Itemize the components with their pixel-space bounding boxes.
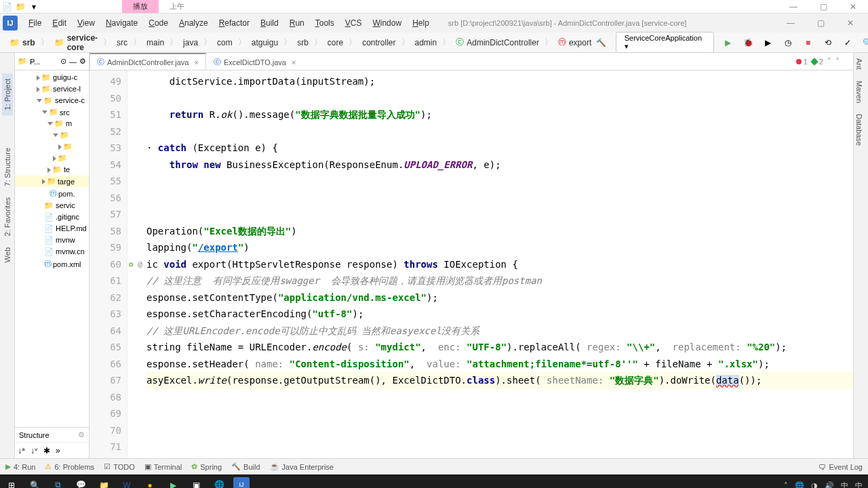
project-tree[interactable]: 📁 guigu-c 📁 service-l 📁 service-c 📁 src …	[15, 70, 89, 427]
bottom-run[interactable]: ▶4: Run	[5, 462, 35, 471]
tray-network-icon[interactable]: 🌐	[795, 481, 804, 489]
sort-alpha-icon[interactable]: ↓ᵃ	[18, 446, 25, 455]
run-icon[interactable]: ▶	[722, 37, 734, 49]
code[interactable]: dictService.importData(inputStream); ret…	[146, 70, 853, 458]
tree-node[interactable]: 📄 mvnw	[15, 235, 89, 246]
bottom-java-enterprise[interactable]: ☕Java Enterprise	[270, 462, 334, 471]
ide-close-icon[interactable]: ✕	[835, 14, 865, 33]
tree-node[interactable]: ⓜ pom.	[15, 187, 89, 200]
collapse-icon[interactable]: —	[69, 58, 77, 66]
app-icon-2[interactable]: ▶	[161, 474, 184, 488]
tab-close-icon[interactable]: ×	[194, 58, 198, 66]
start-button[interactable]: ⊞	[0, 474, 23, 488]
intellij-taskbar-icon[interactable]: IJ	[233, 477, 250, 488]
tool-maven[interactable]: Maven	[854, 75, 865, 108]
chevron-down-icon[interactable]: ˅	[835, 57, 840, 66]
tree-node[interactable]: 📁 src	[15, 106, 89, 118]
more-icon[interactable]: »	[56, 446, 60, 455]
debug-icon[interactable]: 🐞	[743, 37, 754, 49]
tool-project[interactable]: 1: Project	[2, 73, 13, 115]
tree-node[interactable]: 📄 .gitignc	[15, 211, 89, 223]
explorer-icon[interactable]: 📁	[92, 474, 115, 488]
build-hammer-icon[interactable]: 🔨	[595, 37, 607, 49]
sort-visibility-icon[interactable]: ↓ᵛ	[31, 446, 38, 455]
editor-tab[interactable]: ⓒAdminDictController.java×	[90, 53, 206, 70]
code-area[interactable]: 4950515253545556575859606162636465666768…	[90, 70, 853, 458]
crumb-export[interactable]: ⓜ export	[554, 35, 595, 49]
vcs-commit-icon[interactable]: ✓	[842, 37, 854, 49]
project-panel-header[interactable]: 📁 P... ⊙ — ⚙	[15, 53, 89, 70]
stop-icon[interactable]: ■	[802, 37, 814, 49]
tree-node[interactable]: 📁 te	[15, 164, 89, 176]
tool-database[interactable]: Database	[854, 108, 865, 151]
line-gutter[interactable]: 4950515253545556575859606162636465666768…	[90, 70, 127, 458]
profile-icon[interactable]: ◷	[782, 37, 793, 49]
crumb-srb[interactable]: srb	[293, 37, 313, 49]
crumb-main[interactable]: main	[142, 37, 168, 49]
word-icon[interactable]: W	[115, 474, 138, 488]
vscode-icon[interactable]: ⧉	[46, 474, 69, 488]
tree-node[interactable]: 📁	[15, 152, 89, 164]
app-icon-1[interactable]: ●	[138, 474, 161, 488]
tree-node[interactable]: 📄 HELP.md	[15, 223, 89, 235]
bottom-spring[interactable]: ✿Spring	[191, 462, 222, 471]
bottom-terminal[interactable]: ▣Terminal	[144, 462, 182, 471]
vcs-update-icon[interactable]: ⟲	[822, 37, 833, 49]
structure-toolbar[interactable]: ↓ᵃ ↓ᵛ ✱ »	[15, 442, 89, 458]
menu-view[interactable]: View	[72, 16, 100, 30]
close-icon[interactable]: ✕	[838, 0, 868, 14]
gear-icon[interactable]: ⚙	[79, 57, 86, 66]
tree-node[interactable]: 📁 m	[15, 118, 89, 129]
tray-chevron-up-icon[interactable]: ˄	[784, 481, 788, 489]
tray-ime-1[interactable]: 中	[841, 481, 848, 489]
coverage-icon[interactable]: ▶	[762, 37, 774, 49]
filter-icon[interactable]: ✱	[43, 446, 50, 455]
bottom-todo[interactable]: ☑TODO	[104, 462, 135, 471]
crumb-core[interactable]: core	[323, 37, 347, 49]
tray-volume-icon[interactable]: 🔊	[825, 481, 834, 489]
top-tab-am[interactable]: 上午	[159, 0, 195, 13]
tree-node[interactable]: 📁 servic	[15, 200, 89, 211]
menu-analyze[interactable]: Analyze	[174, 16, 214, 30]
menu-tools[interactable]: Tools	[310, 16, 340, 30]
chrome-icon[interactable]: 🌐	[208, 474, 231, 488]
tree-node[interactable]: 📁 targe	[15, 176, 89, 187]
search-taskbar-icon[interactable]: 🔍	[23, 474, 46, 488]
bottom-build[interactable]: 🔨Build	[231, 462, 260, 471]
menu-vcs[interactable]: VCS	[340, 16, 368, 30]
tree-node[interactable]: 📁 service-c	[15, 95, 89, 106]
tree-node[interactable]: 📄 mvnw.cn	[15, 246, 89, 258]
ide-maximize-icon[interactable]: ▢	[806, 14, 835, 33]
crumb-controller[interactable]: controller	[358, 37, 399, 49]
chevron-up-icon[interactable]: ˄	[827, 57, 831, 66]
search-icon[interactable]: 🔍	[862, 37, 868, 49]
crumb-service-core[interactable]: 📁 service-core	[50, 32, 102, 54]
tool-web[interactable]: Web	[2, 242, 13, 268]
menu-build[interactable]: Build	[255, 16, 284, 30]
editor-tab[interactable]: ⓒExcelDictDTO.java×	[206, 54, 304, 70]
minimize-icon[interactable]: —	[778, 0, 808, 14]
tree-node[interactable]: 📁 service-l	[15, 83, 89, 95]
tree-node[interactable]: 📁	[15, 129, 89, 141]
gutter-marks[interactable]: ✿ @	[127, 70, 146, 458]
wechat-icon[interactable]: 💬	[69, 474, 92, 488]
tree-node[interactable]: 📁	[15, 141, 89, 152]
tray-ime-2[interactable]: 中	[855, 481, 863, 489]
top-tab-play[interactable]: 播放	[122, 0, 159, 13]
crumb-srb[interactable]: 📁 srb	[5, 37, 39, 49]
bottom-event-log[interactable]: 🗨Event Log	[818, 463, 863, 471]
crumb-src[interactable]: src	[113, 37, 132, 49]
tab-close-icon[interactable]: ×	[292, 58, 296, 66]
menu-window[interactable]: Window	[367, 16, 407, 30]
menu-edit[interactable]: Edit	[47, 16, 72, 30]
tree-node[interactable]: 📁 guigu-c	[15, 72, 89, 83]
crumb-java[interactable]: java	[179, 37, 202, 49]
tool-ant[interactable]: Ant	[854, 53, 865, 75]
select-target-icon[interactable]: ⊙	[60, 57, 66, 66]
inspection-badges[interactable]: 1 2 ˄ ˅	[796, 57, 840, 66]
crumb-atguigu[interactable]: atguigu	[248, 37, 282, 49]
menu-navigate[interactable]: Navigate	[100, 16, 143, 30]
menu-refactor[interactable]: Refactor	[214, 16, 255, 30]
crumb-admin[interactable]: admin	[411, 37, 441, 49]
menu-code[interactable]: Code	[143, 16, 174, 30]
